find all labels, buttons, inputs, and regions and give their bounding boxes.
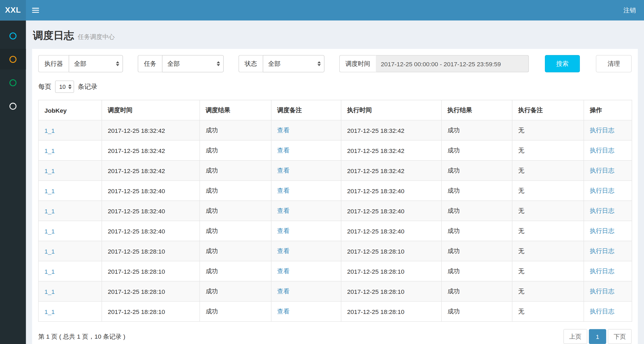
- pagination: 上页 1 下页: [563, 329, 632, 344]
- jobkey-cell: 1_1: [38, 281, 102, 301]
- action-cell: 执行日志: [584, 241, 632, 261]
- jobkey-link[interactable]: 1_1: [44, 288, 55, 295]
- jobkey-link[interactable]: 1_1: [44, 308, 55, 315]
- sidebar-item-2[interactable]: [0, 49, 26, 69]
- table-row: 1_1 2017-12-25 18:32:42 成功 查看 2017-12-25…: [38, 140, 632, 160]
- dispatch-result-cell: 成功: [200, 181, 271, 201]
- sidebar-item-3[interactable]: [0, 72, 26, 93]
- exec-log-link[interactable]: 执行日志: [590, 126, 614, 133]
- dispatch-remark-cell: 查看: [271, 201, 341, 221]
- clear-button[interactable]: 清理: [596, 55, 632, 72]
- executor-select-value: 全部: [74, 60, 86, 68]
- jobkey-link[interactable]: 1_1: [44, 127, 55, 134]
- dispatch-time-cell: 2017-12-25 18:32:40: [102, 221, 200, 241]
- time-range-input[interactable]: [376, 55, 529, 72]
- action-cell: 执行日志: [584, 301, 632, 321]
- dispatch-remark-cell: 查看: [271, 241, 341, 261]
- dispatch-result-cell: 成功: [200, 281, 271, 301]
- exec-remark-cell: 无: [512, 120, 584, 140]
- logout-link[interactable]: 注销: [615, 0, 644, 21]
- circle-icon: [9, 32, 16, 39]
- log-table: JobKey 调度时间 调度结果 调度备注 执行时间 执行结果 执行备注 操作 …: [38, 100, 632, 322]
- jobkey-link[interactable]: 1_1: [44, 268, 55, 275]
- exec-time-cell: 2017-12-25 18:32:42: [341, 160, 442, 181]
- jobkey-link[interactable]: 1_1: [44, 207, 55, 214]
- view-remark-link[interactable]: 查看: [277, 126, 290, 133]
- status-select[interactable]: 全部: [263, 55, 325, 72]
- table-row: 1_1 2017-12-25 18:32:42 成功 查看 2017-12-25…: [38, 160, 632, 181]
- exec-time-cell: 2017-12-25 18:28:10: [341, 241, 442, 261]
- exec-result-cell: 成功: [442, 281, 512, 301]
- page-subtitle: 任务调度中心: [78, 33, 115, 40]
- jobkey-cell: 1_1: [38, 181, 102, 201]
- jobkey-link[interactable]: 1_1: [44, 228, 55, 235]
- dispatch-remark-cell: 查看: [271, 221, 341, 241]
- jobkey-cell: 1_1: [38, 120, 102, 140]
- view-remark-link[interactable]: 查看: [277, 308, 290, 314]
- exec-log-link[interactable]: 执行日志: [590, 267, 614, 274]
- exec-log-link[interactable]: 执行日志: [590, 207, 614, 214]
- view-remark-link[interactable]: 查看: [277, 147, 290, 153]
- jobkey-cell: 1_1: [38, 261, 102, 281]
- dispatch-time-cell: 2017-12-25 18:28:10: [102, 281, 200, 301]
- jobkey-link[interactable]: 1_1: [44, 167, 55, 174]
- exec-log-link[interactable]: 执行日志: [590, 227, 614, 234]
- log-table-header: JobKey 调度时间 调度结果 调度备注 执行时间 执行结果 执行备注 操作: [38, 100, 632, 120]
- next-page-button[interactable]: 下页: [608, 329, 632, 344]
- dispatch-result-cell: 成功: [200, 120, 271, 140]
- log-table-body: 1_1 2017-12-25 18:32:42 成功 查看 2017-12-25…: [38, 120, 632, 321]
- exec-log-link[interactable]: 执行日志: [590, 187, 614, 194]
- prev-page-button[interactable]: 上页: [563, 329, 587, 344]
- dispatch-remark-cell: 查看: [271, 181, 341, 201]
- view-remark-link[interactable]: 查看: [277, 187, 290, 194]
- view-remark-link[interactable]: 查看: [277, 227, 290, 234]
- jobkey-link[interactable]: 1_1: [44, 187, 55, 194]
- exec-log-link[interactable]: 执行日志: [590, 167, 614, 174]
- exec-log-link[interactable]: 执行日志: [590, 247, 614, 254]
- exec-log-link[interactable]: 执行日志: [590, 308, 614, 314]
- time-filter-group: 调度时间: [339, 55, 529, 72]
- dispatch-time-cell: 2017-12-25 18:32:40: [102, 201, 200, 221]
- dispatch-remark-cell: 查看: [271, 261, 341, 281]
- hamburger-icon: [32, 10, 39, 11]
- hamburger-icon: [32, 8, 39, 9]
- exec-log-link[interactable]: 执行日志: [590, 147, 614, 153]
- dispatch-time-cell: 2017-12-25 18:32:42: [102, 120, 200, 140]
- exec-remark-cell: 无: [512, 160, 584, 181]
- search-button[interactable]: 搜索: [545, 55, 580, 72]
- executor-filter-label: 执行器: [38, 55, 68, 72]
- exec-result-cell: 成功: [442, 301, 512, 321]
- sidebar-toggle-button[interactable]: [26, 0, 45, 21]
- page-size-prefix-label: 每页: [38, 82, 51, 91]
- job-select[interactable]: 全部: [162, 55, 224, 72]
- exec-result-cell: 成功: [442, 221, 512, 241]
- action-cell: 执行日志: [584, 221, 632, 241]
- view-remark-link[interactable]: 查看: [277, 287, 290, 294]
- sidebar-item-4[interactable]: [0, 96, 26, 116]
- filter-bar: 执行器 全部 任务 全部 状态 全部: [38, 55, 632, 72]
- dispatch-result-cell: 成功: [200, 140, 271, 160]
- top-navbar: XXL 注销: [0, 0, 644, 21]
- sidebar-item-1[interactable]: [0, 25, 26, 46]
- view-remark-link[interactable]: 查看: [277, 207, 290, 214]
- current-page-button[interactable]: 1: [589, 329, 606, 344]
- action-cell: 执行日志: [584, 140, 632, 160]
- executor-select[interactable]: 全部: [69, 55, 123, 72]
- page-size-value: 10: [59, 83, 66, 90]
- page-size-select[interactable]: 10: [55, 80, 74, 93]
- view-remark-link[interactable]: 查看: [277, 247, 290, 254]
- view-remark-link[interactable]: 查看: [277, 167, 290, 174]
- jobkey-link[interactable]: 1_1: [44, 248, 55, 255]
- dispatch-remark-cell: 查看: [271, 140, 341, 160]
- exec-time-cell: 2017-12-25 18:32:42: [341, 120, 442, 140]
- job-filter-group: 任务 全部: [138, 55, 224, 72]
- exec-remark-cell: 无: [512, 241, 584, 261]
- time-filter-label: 调度时间: [339, 55, 376, 72]
- dispatch-result-cell: 成功: [200, 201, 271, 221]
- view-remark-link[interactable]: 查看: [277, 267, 290, 274]
- circle-icon: [9, 103, 16, 109]
- jobkey-link[interactable]: 1_1: [44, 147, 55, 154]
- exec-log-link[interactable]: 执行日志: [590, 287, 614, 294]
- column-header-exec-time: 执行时间: [341, 100, 442, 120]
- exec-remark-cell: 无: [512, 261, 584, 281]
